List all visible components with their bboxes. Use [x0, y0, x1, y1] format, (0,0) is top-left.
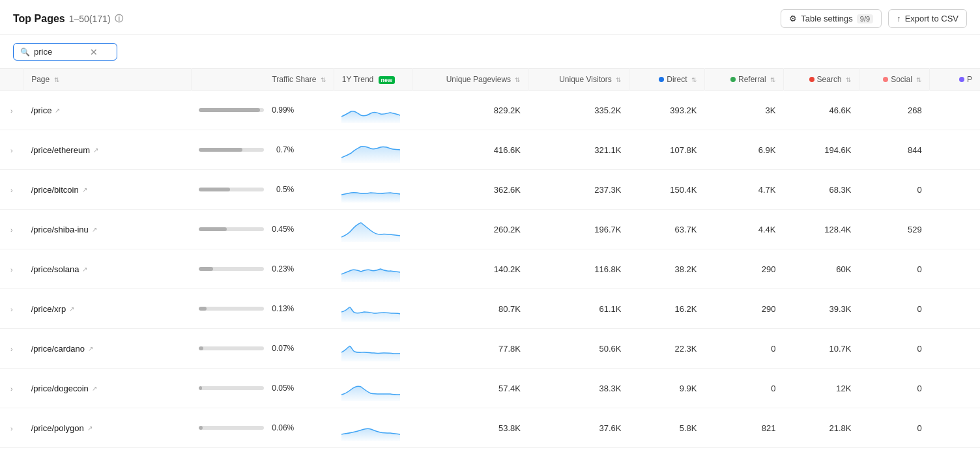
traffic-bar-bg — [199, 386, 264, 390]
page-cell: /price/shiba-inu ↗ — [23, 210, 192, 249]
page-cell: /price/bitcoin ↗ — [23, 170, 192, 210]
traffic-cell: 0.23% — [191, 249, 334, 289]
page-cell: /price/ethereum ↗ — [23, 130, 192, 170]
traffic-percent: 0.13% — [269, 304, 294, 313]
page-name: /price/dogecoin — [31, 384, 89, 393]
external-link-icon[interactable]: ↗ — [82, 266, 87, 273]
external-link-icon[interactable]: ↗ — [88, 345, 93, 352]
pageviews-cell: 57.4K — [412, 369, 528, 408]
sort-icon-page[interactable]: ⇅ — [54, 76, 59, 83]
sparkline-cell — [334, 369, 412, 408]
p-cell — [930, 289, 980, 329]
social-cell: 0 — [859, 289, 929, 329]
external-link-icon[interactable]: ↗ — [69, 305, 74, 313]
header-title: Top Pages 1–50(171) ⓘ — [13, 13, 123, 25]
social-cell: 844 — [859, 130, 929, 170]
referral-cell: 4.4K — [704, 210, 783, 249]
p-cell — [930, 369, 980, 408]
sparkline-chart — [341, 375, 400, 401]
expand-cell: › — [0, 329, 23, 369]
expand-button[interactable]: › — [8, 105, 16, 116]
col-expand-header — [0, 69, 23, 91]
table-wrap: Page ⇅ Traffic Share ⇅ 1Y Trend new Uniq… — [0, 68, 980, 448]
traffic-cell: 0.05% — [191, 369, 334, 408]
external-link-icon[interactable]: ↗ — [87, 425, 93, 432]
sparkline-cell — [334, 408, 412, 448]
p-cell — [930, 91, 980, 130]
sparkline-cell — [334, 210, 412, 249]
expand-button[interactable]: › — [8, 423, 16, 434]
traffic-percent: 0.23% — [269, 264, 294, 274]
sparkline-cell — [334, 289, 412, 329]
external-link-icon[interactable]: ↗ — [55, 107, 60, 114]
expand-button[interactable]: › — [8, 185, 16, 195]
expand-button[interactable]: › — [8, 384, 16, 394]
visitors-cell: 116.8K — [528, 249, 629, 289]
sparkline-cell — [334, 91, 412, 130]
direct-cell: 16.2K — [629, 289, 705, 329]
expand-button[interactable]: › — [8, 225, 16, 235]
settings-badge: 9/9 — [857, 14, 873, 23]
sort-icon-traffic[interactable]: ⇅ — [321, 76, 326, 83]
expand-button[interactable]: › — [8, 304, 16, 315]
page-cell: /price/dogecoin ↗ — [23, 369, 192, 408]
col-search-header: Search ⇅ — [784, 69, 859, 91]
sparkline-cell — [334, 329, 412, 369]
direct-cell: 38.2K — [629, 249, 705, 289]
social-cell: 0 — [859, 369, 929, 408]
external-link-icon[interactable]: ↗ — [92, 385, 97, 392]
external-link-icon[interactable]: ↗ — [93, 147, 98, 154]
page-cell: /price ↗ — [23, 91, 192, 130]
col-social-header: Social ⇅ — [859, 69, 929, 91]
search-cell: 12K — [784, 369, 859, 408]
traffic-percent: 0.05% — [269, 384, 294, 393]
sort-icon-direct[interactable]: ⇅ — [691, 76, 697, 83]
table-row: › /price/solana ↗ 0.23% — [0, 249, 980, 289]
external-link-icon[interactable]: ↗ — [92, 226, 97, 233]
p-cell — [930, 249, 980, 289]
traffic-bar-bg — [199, 426, 264, 430]
page-cell: /price/cardano ↗ — [23, 329, 192, 369]
p-cell — [930, 210, 980, 249]
referral-cell: 4.7K — [704, 170, 783, 210]
export-csv-button[interactable]: ↑ Export to CSV — [888, 9, 967, 28]
traffic-bar-fill — [199, 108, 260, 112]
sparkline-chart — [341, 176, 400, 203]
settings-gear-icon: ⚙ — [789, 14, 797, 23]
p-cell — [930, 130, 980, 170]
header-actions: ⚙ Table settings 9/9 ↑ Export to CSV — [781, 9, 967, 28]
direct-cell: 107.8K — [629, 130, 705, 170]
expand-button[interactable]: › — [8, 145, 16, 156]
external-link-icon[interactable]: ↗ — [82, 186, 87, 193]
col-p-header: P — [930, 69, 980, 91]
sparkline-cell — [334, 249, 412, 289]
social-cell: 268 — [859, 91, 929, 130]
sort-icon-pageviews[interactable]: ⇅ — [515, 76, 520, 83]
new-badge: new — [379, 76, 396, 84]
traffic-bar-fill — [199, 148, 242, 152]
page-name: /price/xrp — [31, 304, 66, 314]
col-trend-header: 1Y Trend new — [334, 69, 412, 91]
visitors-cell: 321.1K — [528, 130, 629, 170]
traffic-bar-bg — [199, 267, 264, 271]
table-row: › /price/bitcoin ↗ 0.5% — [0, 170, 980, 210]
search-cell: 46.6K — [784, 91, 859, 130]
table-settings-button[interactable]: ⚙ Table settings 9/9 — [781, 9, 882, 28]
clear-search-button[interactable]: ✕ — [90, 48, 98, 57]
sort-icon-social[interactable]: ⇅ — [916, 76, 921, 83]
search-cell: 39.3K — [784, 289, 859, 329]
expand-button[interactable]: › — [8, 344, 16, 354]
col-traffic-header: Traffic Share ⇅ — [191, 69, 334, 91]
social-cell: 0 — [859, 249, 929, 289]
pageviews-cell: 362.6K — [412, 170, 528, 210]
sort-icon-visitors[interactable]: ⇅ — [616, 76, 621, 83]
visitors-cell: 50.6K — [528, 329, 629, 369]
sort-icon-search[interactable]: ⇅ — [846, 76, 851, 83]
search-input[interactable] — [34, 47, 86, 57]
social-cell: 529 — [859, 210, 929, 249]
traffic-cell: 0.07% — [191, 329, 334, 369]
traffic-bar-bg — [199, 108, 264, 112]
info-icon[interactable]: ⓘ — [115, 13, 123, 25]
expand-button[interactable]: › — [8, 264, 16, 275]
sort-icon-referral[interactable]: ⇅ — [770, 76, 775, 83]
